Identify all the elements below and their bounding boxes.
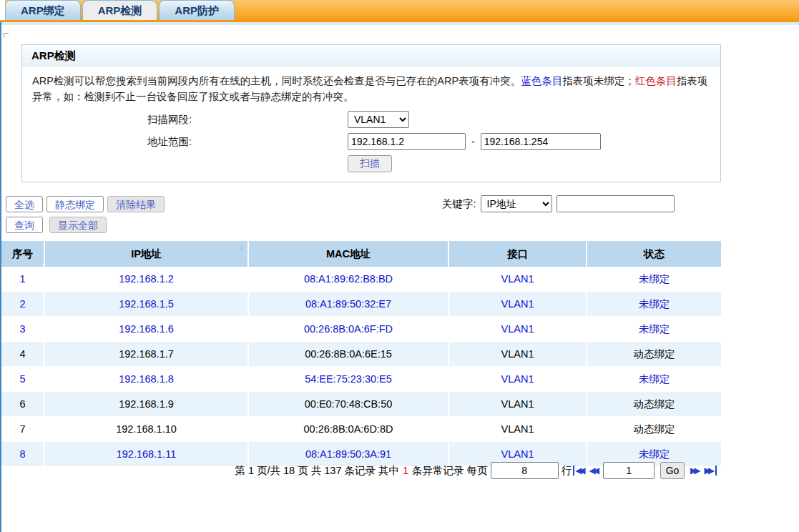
pagination-bar: 第 1 页/共 18 页 共 137 条记录 其中 1 条异常记录 每页 行 ◀…	[1, 462, 718, 479]
static-bind-button[interactable]: 静态绑定	[46, 196, 104, 212]
cell-mac: 00:26:8B:0A:6F:FD	[248, 317, 448, 342]
cell-status: 动态绑定	[587, 342, 721, 367]
go-button[interactable]: Go	[660, 462, 685, 479]
cell-ip: 192.168.1.9	[44, 392, 248, 417]
first-page-button[interactable]: ◀◀	[573, 466, 586, 476]
cell-index: 5	[1, 367, 44, 392]
cell-status: 未绑定	[587, 267, 721, 292]
cell-status: 未绑定	[587, 292, 721, 317]
tab-arp-binding[interactable]: ARP绑定	[5, 0, 81, 20]
table-row[interactable]: 1 192.168.1.2 08:A1:89:62:B8:BD VLAN1 未绑…	[1, 267, 721, 292]
column-header-index[interactable]: 序号	[1, 241, 44, 267]
keyword-input[interactable]	[557, 195, 675, 212]
page-info: 第 1 页/共 18 页 共 137 条记录 其中	[235, 464, 399, 478]
sort-desc-icon[interactable]: ↓	[240, 242, 244, 251]
desc-blue-entry: 蓝色条目	[521, 75, 562, 87]
abnormal-label: 条异常记录 每页	[412, 464, 488, 478]
cell-mac: 08:A1:89:62:B8:BD	[248, 267, 448, 292]
cell-interface: VLAN1	[448, 342, 587, 367]
cell-index: 2	[1, 292, 44, 317]
address-range-label: 地址范围:	[147, 135, 348, 149]
last-page-button[interactable]: ▶▶	[705, 466, 717, 476]
address-range-row: 地址范围: -	[22, 133, 720, 150]
cell-mac: 00:26:8B:0A:6D:8D	[248, 417, 448, 442]
cell-interface: VLAN1	[448, 317, 587, 342]
cell-index: 7	[1, 417, 44, 442]
query-button[interactable]: 查询	[6, 217, 43, 233]
table-row[interactable]: 6 192.168.1.9 00:E0:70:48:CB:50 VLAN1 动态…	[1, 392, 721, 417]
scan-segment-row: 扫描网段: VLAN1	[22, 111, 720, 128]
abnormal-count: 1	[403, 465, 408, 476]
cell-index: 3	[1, 317, 44, 342]
cell-status: 未绑定	[587, 367, 721, 392]
table-row[interactable]: 5 192.168.1.8 54:EE:75:23:30:E5 VLAN1 未绑…	[1, 367, 721, 392]
next-page-button[interactable]: ▶▶	[690, 466, 701, 476]
keyword-label: 关键字:	[442, 197, 476, 211]
table-row[interactable]: 4 192.168.1.7 00:26:8B:0A:6E:15 VLAN1 动态…	[1, 342, 721, 367]
toolbar-row-1: 全选 静态绑定 清除结果	[6, 196, 165, 212]
table-row[interactable]: 3 192.168.1.6 00:26:8B:0A:6F:FD VLAN1 未绑…	[1, 317, 721, 342]
cell-ip: 192.168.1.6	[44, 317, 248, 342]
cell-mac: 54:EE:75:23:30:E5	[248, 367, 448, 392]
table-row[interactable]: 7 192.168.1.10 00:26:8B:0A:6D:8D VLAN1 动…	[1, 417, 721, 442]
cell-ip: 192.168.1.10	[44, 417, 248, 442]
column-header-ip-label: IP地址	[131, 248, 162, 260]
cell-ip: 192.168.1.8	[44, 367, 248, 392]
range-dash: -	[471, 136, 475, 147]
column-header-ip[interactable]: IP地址↓	[44, 241, 248, 267]
select-all-button[interactable]: 全选	[6, 196, 43, 212]
tab-arp-protection[interactable]: ARP防护	[159, 0, 235, 20]
cell-index: 1	[1, 267, 44, 292]
scan-button-row: 扫描	[22, 155, 720, 172]
cell-ip: 192.168.1.5	[44, 292, 248, 317]
page-size-input[interactable]	[491, 462, 559, 479]
cell-mac: 00:26:8B:0A:6E:15	[248, 342, 448, 367]
column-header-interface[interactable]: 接口	[448, 241, 587, 267]
cell-status: 动态绑定	[587, 392, 721, 417]
scan-segment-label: 扫描网段:	[147, 113, 348, 127]
under-tab-strip	[0, 22, 799, 25]
desc-text-1: ARP检测可以帮您搜索到当前网段内所有在线的主机，同时系统还会检查是否与已存在的…	[32, 75, 521, 87]
clear-results-button[interactable]: 清除结果	[107, 196, 165, 212]
cell-status: 动态绑定	[587, 417, 721, 442]
frame-corner-grip	[4, 33, 9, 38]
cell-mac: 08:A1:89:50:32:E7	[248, 292, 448, 317]
cell-index: 6	[1, 392, 44, 417]
keyword-search: 关键字: IP地址	[442, 195, 675, 212]
cell-interface: VLAN1	[448, 267, 587, 292]
show-all-button[interactable]: 显示全部	[49, 217, 107, 233]
column-header-status[interactable]: 状态	[587, 241, 721, 267]
ip-start-input[interactable]	[348, 133, 466, 150]
cell-status: 未绑定	[587, 317, 721, 342]
cell-interface: VLAN1	[448, 292, 587, 317]
tabs: ARP绑定 ARP检测 ARP防护	[5, 0, 235, 20]
prev-page-button[interactable]: ◀◀	[589, 466, 600, 476]
keyword-type-select[interactable]: IP地址	[481, 195, 552, 212]
table-header-row: 序号 IP地址↓ MAC地址 接口 状态	[1, 241, 721, 267]
tab-bar: ARP绑定 ARP检测 ARP防护	[0, 0, 799, 22]
cell-interface: VLAN1	[448, 367, 587, 392]
goto-page-input[interactable]	[603, 462, 655, 479]
desc-text-2: 指表项未绑定；	[562, 75, 635, 87]
cell-ip: 192.168.1.7	[44, 342, 248, 367]
vlan-select[interactable]: VLAN1	[348, 111, 409, 128]
desc-red-entry: 红色条目	[635, 75, 677, 87]
cell-mac: 00:E0:70:48:CB:50	[248, 392, 448, 417]
scan-button[interactable]: 扫描	[348, 155, 392, 172]
panel-description: ARP检测可以帮您搜索到当前网段内所有在线的主机，同时系统还会检查是否与已存在的…	[22, 66, 720, 106]
rows-label: 行	[562, 464, 572, 478]
table-row[interactable]: 2 192.168.1.5 08:A1:89:50:32:E7 VLAN1 未绑…	[1, 292, 721, 317]
ip-end-input[interactable]	[481, 133, 601, 150]
cell-interface: VLAN1	[448, 417, 587, 442]
tab-arp-detection[interactable]: ARP检测	[82, 0, 158, 20]
cell-interface: VLAN1	[448, 392, 587, 417]
cell-ip: 192.168.1.2	[44, 267, 248, 292]
cell-index: 4	[1, 342, 44, 367]
panel-title: ARP检测	[22, 45, 720, 66]
arp-detection-panel: ARP检测 ARP检测可以帮您搜索到当前网段内所有在线的主机，同时系统还会检查是…	[21, 44, 721, 182]
column-header-mac[interactable]: MAC地址	[248, 241, 448, 267]
tabbar-left-sliver	[0, 0, 5, 20]
toolbar-row-2: 查询 显示全部	[6, 217, 107, 233]
arp-table: 序号 IP地址↓ MAC地址 接口 状态 1 192.168.1.2 08:A1…	[1, 241, 721, 467]
